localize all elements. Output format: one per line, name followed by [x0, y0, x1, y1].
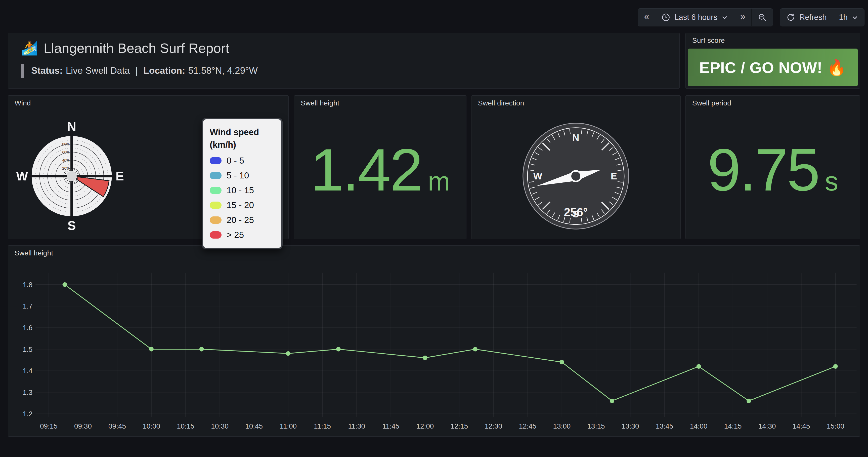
legend-title: Wind speed (km/h) [210, 126, 275, 151]
svg-text:1.6: 1.6 [23, 324, 32, 332]
svg-text:60%: 60% [62, 150, 70, 154]
legend-label: > 25 [226, 230, 244, 240]
svg-text:1.4: 1.4 [23, 367, 32, 375]
svg-text:1.8: 1.8 [23, 281, 32, 289]
svg-text:1.5: 1.5 [23, 345, 32, 353]
panel-title[interactable]: Swell direction [478, 99, 524, 107]
legend-label: 10 - 15 [226, 185, 254, 195]
panel-title[interactable]: Surf score [692, 36, 725, 45]
report-header-panel: 🏄 Llangennith Beach Surf Report Status: … [8, 33, 680, 89]
legend-item[interactable]: 15 - 20 [210, 200, 275, 210]
panel-title[interactable]: Wind [14, 99, 31, 107]
svg-text:13:15: 13:15 [587, 422, 605, 430]
stat-value: 1.42 m [294, 140, 466, 200]
svg-text:1.3: 1.3 [23, 389, 32, 396]
page-title: 🏄 Llangennith Beach Surf Report [21, 40, 229, 56]
svg-text:10:15: 10:15 [177, 422, 194, 430]
svg-text:10:45: 10:45 [245, 422, 263, 430]
svg-text:12:45: 12:45 [519, 422, 536, 430]
swell-period-unit: s [825, 166, 838, 197]
swell-height-chart-panel: Swell height 09:1509:3009:4510:0010:1510… [8, 245, 860, 437]
svg-text:N: N [67, 119, 76, 134]
surf-score-value: EPIC / GO NOW! 🔥 [688, 49, 858, 86]
svg-text:14:30: 14:30 [758, 422, 776, 430]
chevron-down-icon [721, 14, 728, 21]
stat-value: 9.75 s [686, 140, 860, 200]
svg-text:13:00: 13:00 [553, 422, 571, 430]
legend-item[interactable]: 0 - 5 [210, 155, 275, 166]
svg-text:09:30: 09:30 [74, 422, 92, 430]
status-value: Live Swell Data [66, 65, 130, 76]
svg-text:11:00: 11:00 [280, 422, 297, 430]
legend-items: 0 - 55 - 1010 - 1515 - 2020 - 25> 25 [210, 155, 275, 240]
refresh-group: Refresh 1h [780, 8, 865, 26]
chevrons-left-icon: « [644, 12, 649, 23]
legend-item[interactable]: 10 - 15 [210, 185, 275, 195]
svg-text:12:30: 12:30 [485, 422, 502, 430]
time-shift-back-button[interactable]: « [638, 8, 655, 26]
svg-text:20%: 20% [62, 166, 70, 170]
svg-text:12:15: 12:15 [451, 422, 468, 430]
legend-swatch [210, 187, 221, 194]
chevron-down-icon [851, 14, 858, 21]
legend-item[interactable]: 20 - 25 [210, 215, 275, 225]
compass-gauge: NESW256° [471, 96, 680, 239]
swell-height-stat-panel: Swell height 1.42 m [294, 95, 466, 239]
location-label: Location: [143, 65, 185, 76]
legend-swatch [210, 231, 221, 238]
svg-text:13:30: 13:30 [622, 422, 639, 430]
legend-label: 0 - 5 [226, 155, 244, 166]
panel-title[interactable]: Swell height [301, 99, 339, 107]
svg-text:14:15: 14:15 [724, 422, 742, 430]
refresh-label: Refresh [799, 13, 827, 22]
status-line: Status: Live Swell Data | Location: 51.5… [21, 64, 258, 78]
legend-swatch [210, 202, 221, 209]
refresh-button[interactable]: Refresh [780, 8, 833, 26]
time-range-picker-button[interactable]: Last 6 hours [655, 8, 734, 26]
zoom-out-time-button[interactable] [751, 8, 773, 26]
time-shift-forward-button[interactable]: » [734, 8, 751, 26]
svg-text:09:45: 09:45 [108, 422, 126, 430]
svg-text:15:00: 15:00 [827, 422, 844, 430]
swell-height-unit: m [428, 166, 450, 197]
swell-height-timeseries[interactable]: 09:1509:3009:4510:0010:1510:3010:4511:00… [8, 246, 860, 436]
svg-text:W: W [533, 171, 542, 181]
refresh-icon [786, 13, 795, 22]
legend-label: 5 - 10 [226, 170, 249, 180]
status-label: Status: [31, 65, 63, 76]
legend-item[interactable]: > 25 [210, 230, 275, 240]
time-range-label: Last 6 hours [674, 13, 717, 22]
surfer-emoji-icon: 🏄 [21, 40, 38, 56]
swell-height-value: 1.42 [310, 140, 422, 200]
refresh-interval-button[interactable]: 1h [833, 8, 864, 26]
time-controls-toolbar: « Last 6 hours » [638, 8, 865, 26]
svg-text:N: N [572, 133, 579, 143]
svg-text:09:15: 09:15 [40, 422, 58, 430]
svg-text:S: S [67, 219, 76, 233]
legend-swatch [210, 157, 221, 164]
svg-text:E: E [116, 169, 124, 183]
svg-text:1.7: 1.7 [23, 302, 32, 310]
clock-icon [661, 13, 670, 22]
separator: | [135, 65, 138, 76]
svg-text:10:30: 10:30 [211, 422, 228, 430]
surf-score-panel: Surf score EPIC / GO NOW! 🔥 [685, 33, 860, 89]
svg-text:W: W [16, 169, 28, 183]
chevrons-right-icon: » [740, 12, 745, 23]
panel-title[interactable]: Swell height [14, 249, 53, 257]
legend-swatch [210, 217, 221, 224]
grafana-dashboard: « Last 6 hours » [0, 0, 868, 457]
quote-bar [21, 64, 24, 78]
wind-panel: Wind 20%40%60%80%NESW Wind speed (km/h) … [8, 95, 289, 239]
svg-text:11:45: 11:45 [382, 422, 399, 430]
refresh-interval-label: 1h [839, 13, 848, 22]
legend-item[interactable]: 5 - 10 [210, 170, 275, 180]
svg-text:14:00: 14:00 [690, 422, 708, 430]
svg-text:256°: 256° [564, 206, 588, 219]
swell-period-value: 9.75 [707, 140, 819, 200]
legend-label: 20 - 25 [226, 215, 254, 225]
panel-title[interactable]: Swell period [692, 99, 731, 107]
svg-text:11:15: 11:15 [314, 422, 331, 430]
legend-swatch [210, 172, 221, 179]
svg-text:E: E [611, 171, 617, 181]
